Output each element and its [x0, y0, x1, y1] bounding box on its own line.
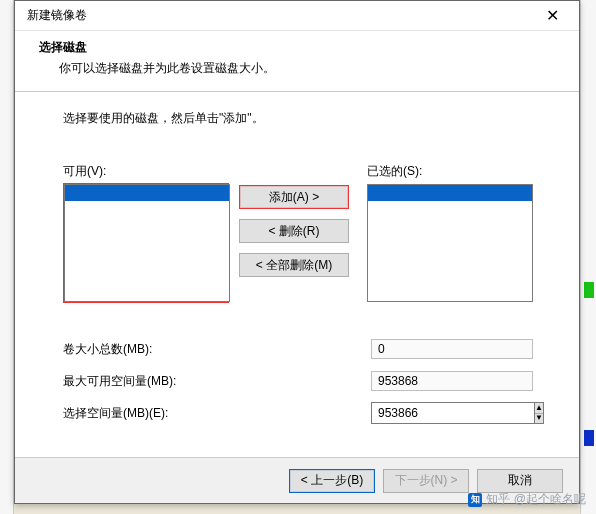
spin-up-button[interactable]: ▲ [535, 403, 543, 414]
available-highlight: 磁盘 0 953866 MB [63, 183, 229, 303]
total-size-value: 0 [371, 339, 533, 359]
wizard-footer: < 上一步(B) 下一步(N) > 取消 [15, 457, 579, 503]
spinner-buttons: ▲ ▼ [535, 402, 544, 424]
next-button[interactable]: 下一步(N) > [383, 469, 469, 493]
spin-down-button[interactable]: ▼ [535, 414, 543, 424]
selected-column: 已选的(S): 磁盘 2 953866 MB [367, 163, 533, 302]
disk-size: 953866 MB [452, 203, 508, 215]
window-title: 新建镜像卷 [27, 7, 87, 24]
page-title: 选择磁盘 [39, 39, 555, 56]
remove-all-button[interactable]: < 全部删除(M) [239, 253, 349, 277]
select-size-label: 选择空间量(MB)(E): [63, 405, 371, 422]
available-label: 可用(V): [63, 163, 229, 180]
page-description: 你可以选择磁盘并为此卷设置磁盘大小。 [39, 60, 555, 77]
back-button[interactable]: < 上一步(B) [289, 469, 375, 493]
transfer-buttons: 添加(A) > < 删除(R) < 全部删除(M) [229, 163, 359, 277]
wizard-header: 选择磁盘 你可以选择磁盘并为此卷设置磁盘大小。 [15, 31, 579, 92]
wizard-content: 选择要使用的磁盘，然后单击"添加"。 可用(V): 磁盘 0 953866 MB… [15, 92, 579, 439]
size-fields: 卷大小总数(MB): 0 最大可用空间量(MB): 953868 选择空间量(M… [63, 333, 539, 429]
titlebar: 新建镜像卷 ✕ [15, 1, 579, 31]
select-size-input[interactable] [371, 402, 535, 424]
available-column: 可用(V): 磁盘 0 953866 MB [63, 163, 229, 303]
remove-button[interactable]: < 删除(R) [239, 219, 349, 243]
close-button[interactable]: ✕ [533, 3, 571, 29]
cancel-button[interactable]: 取消 [477, 469, 563, 493]
background-right [580, 0, 596, 514]
instruction-text: 选择要使用的磁盘，然后单击"添加"。 [63, 110, 539, 127]
close-icon: ✕ [546, 6, 559, 25]
disk-size: 953866 MB [155, 203, 211, 215]
add-button[interactable]: 添加(A) > [239, 185, 349, 209]
selected-listbox[interactable]: 磁盘 2 953866 MB [367, 184, 533, 302]
available-listbox[interactable]: 磁盘 0 953866 MB [64, 184, 230, 302]
list-item[interactable]: 磁盘 2 953866 MB [368, 185, 532, 201]
max-size-value: 953868 [371, 371, 533, 391]
wizard-dialog: 新建镜像卷 ✕ 选择磁盘 你可以选择磁盘并为此卷设置磁盘大小。 选择要使用的磁盘… [14, 0, 580, 504]
selected-label: 已选的(S): [367, 163, 533, 180]
background-left [0, 0, 14, 514]
disk-name: 磁盘 2 [409, 203, 440, 215]
disk-name: 磁盘 0 [112, 203, 143, 215]
total-size-label: 卷大小总数(MB): [63, 341, 371, 358]
list-item[interactable]: 磁盘 0 953866 MB [65, 185, 229, 201]
max-size-label: 最大可用空间量(MB): [63, 373, 371, 390]
